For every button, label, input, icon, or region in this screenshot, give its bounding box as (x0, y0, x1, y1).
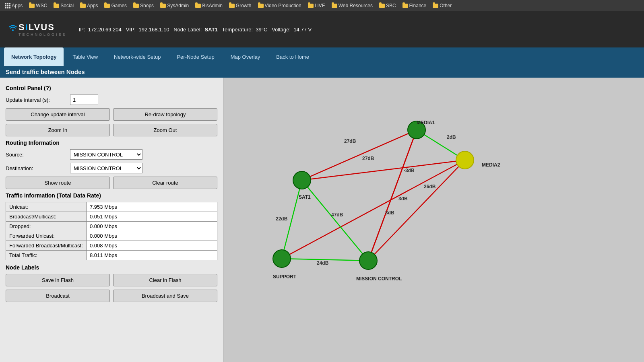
logo-sub: TECHNOLOGIES (19, 33, 67, 37)
folder-icon (133, 4, 139, 8)
bookmark-bisadmin[interactable]: BisAdmin (193, 2, 225, 9)
bookmark-apps[interactable]: Apps (78, 2, 100, 9)
zoom-in-btn[interactable]: Zoom In (6, 124, 110, 136)
traffic-row: Unicast:7.953 Mbps (6, 202, 217, 212)
bookmark-label: Apps (87, 3, 98, 8)
bookmark-label: Video Production (265, 3, 301, 8)
traffic-row: Forwarded Broadcast/Multicast:0.008 Mbps (6, 241, 217, 251)
broadcast-btn[interactable]: Broadcast (6, 290, 110, 302)
tab-network-wide-setup[interactable]: Network-wide Setup (107, 47, 168, 66)
traffic-table: Unicast:7.953 MbpsBroadcast/Multicast:0.… (6, 202, 217, 260)
bookmark-other[interactable]: Other (430, 2, 454, 9)
traffic-value: 0.008 Mbps (87, 241, 217, 251)
folder-icon (332, 4, 337, 8)
bookmark-sbc[interactable]: SBC (377, 2, 398, 9)
svg-point-0 (12, 29, 14, 31)
node-support[interactable] (272, 249, 291, 268)
right-panel: 2dB27dB-3dB27dB26dB3dB22dB47dB24dB3dB ME… (223, 78, 644, 362)
traffic-title: Traffic Information (Total Data Rate) (6, 192, 217, 199)
bookmark-shops[interactable]: Shops (131, 2, 156, 9)
node-media2[interactable] (456, 151, 474, 169)
node-label-value: SAT1 (205, 27, 218, 33)
control-panel: Control Panel (?) Update interval (s): C… (0, 78, 223, 362)
destination-label: Destination: (6, 165, 70, 171)
show-route-btn[interactable]: Show route (6, 177, 110, 189)
save-in-flash-btn[interactable]: Save in Flash (6, 274, 110, 286)
node-sat1[interactable] (293, 171, 311, 189)
folder-icon (195, 4, 201, 8)
section-header: Send traffic between Nodes (0, 66, 644, 78)
control-panel-title: Control Panel (?) (6, 85, 217, 91)
logo-wifi-icon (8, 24, 18, 35)
svg-text:26dB: 26dB (424, 184, 436, 189)
routing-btn-row: Show route Clear route (6, 177, 217, 189)
tab-map-overlay[interactable]: Map Overlay (223, 47, 268, 66)
traffic-label: Broadcast/Multicast: (6, 212, 87, 222)
destination-dropdown[interactable]: MISSION CONTROL SAT1 MEDIA1 MEDIA2 SUPPO… (70, 163, 142, 173)
tab-back-to-home[interactable]: Back to Home (269, 47, 316, 66)
svg-text:3dB: 3dB (385, 210, 394, 216)
folder-icon (104, 4, 110, 8)
vip-label: VIP: (126, 27, 136, 33)
traffic-label: Forwarded Broadcast/Multicast: (6, 241, 87, 251)
bookmark-label: Growth (236, 3, 252, 8)
node-label-support: SUPPORT (273, 274, 296, 280)
traffic-label: Forwarded Unicast: (6, 231, 87, 241)
bookmark-label: SysAdmin (167, 3, 189, 8)
bookmark-wsc[interactable]: WSC (27, 2, 50, 9)
traffic-row: Broadcast/Multicast:0.051 Mbps (6, 212, 217, 222)
zoom-out-btn[interactable]: Zoom Out (113, 124, 217, 136)
svg-text:-3dB: -3dB (404, 168, 415, 173)
bookmark-games[interactable]: Games (102, 2, 129, 9)
bookmark-finance[interactable]: Finance (400, 2, 429, 9)
traffic-row: Total Traffic:8.011 Mbps (6, 251, 217, 260)
svg-text:3dB: 3dB (398, 196, 408, 202)
traffic-label: Dropped: (6, 222, 87, 231)
redraw-topology-btn[interactable]: Re-draw topology (113, 108, 217, 121)
temp-value: 39°C (256, 27, 267, 33)
tab-per-node-setup[interactable]: Per-Node Setup (169, 47, 221, 66)
bookmark-label: Games (111, 3, 127, 8)
source-dropdown[interactable]: MISSION CONTROL SAT1 MEDIA1 MEDIA2 SUPPO… (70, 149, 142, 160)
destination-row: Destination: MISSION CONTROL SAT1 MEDIA1… (6, 163, 217, 173)
ip-label: IP: (79, 27, 85, 33)
bookmark-label: Web Resources (339, 3, 373, 8)
bookmark-label: BisAdmin (202, 3, 223, 8)
svg-text:27dB: 27dB (344, 138, 356, 144)
node-mission_control[interactable] (359, 251, 378, 270)
bookmarks-bar: Apps WSC Social Apps Games Shops SysAdmi… (0, 0, 644, 11)
bookmark-social[interactable]: Social (51, 2, 76, 9)
logo-text: SiLVUS (19, 22, 67, 33)
bookmark-video-production[interactable]: Video Production (256, 2, 304, 9)
clear-in-flash-btn[interactable]: Clear in Flash (113, 274, 217, 286)
change-update-btn[interactable]: Change update interval (6, 108, 110, 121)
tab-table-view[interactable]: Table View (65, 47, 105, 66)
bookmark-growth[interactable]: Growth (227, 2, 254, 9)
bookmark-web-resources[interactable]: Web Resources (329, 2, 375, 9)
folder-icon (379, 4, 385, 8)
ip-value: 172.20.69.204 (88, 27, 122, 33)
node-labels-row2: Broadcast Broadcast and Save (6, 290, 217, 302)
svg-text:22dB: 22dB (276, 216, 288, 222)
folder-icon (160, 4, 166, 8)
traffic-value: 8.011 Mbps (87, 251, 217, 260)
bookmark-live[interactable]: LIVE (305, 2, 328, 9)
svg-line-10 (368, 130, 417, 261)
bookmark-label: WSC (36, 3, 47, 8)
traffic-value: 0.051 Mbps (87, 212, 217, 222)
node-info: IP: 172.20.69.204 VIP: 192.168.1.10 Node… (79, 27, 312, 33)
broadcast-save-btn[interactable]: Broadcast and Save (113, 290, 217, 302)
update-interval-input[interactable] (70, 95, 98, 105)
vip-value: 192.168.1.10 (138, 27, 169, 33)
svg-text:27dB: 27dB (362, 156, 374, 161)
content-area: Control Panel (?) Update interval (s): C… (0, 78, 644, 362)
svg-line-8 (302, 180, 368, 261)
tab-network-topology[interactable]: Network Topology (4, 47, 64, 66)
bookmark-label: Shops (140, 3, 154, 8)
bookmark-apps-grid[interactable]: Apps (2, 2, 25, 9)
traffic-row: Forwarded Unicast:0.000 Mbps (6, 231, 217, 241)
routing-title: Routing Information (6, 140, 217, 146)
svg-line-5 (368, 160, 465, 261)
bookmark-sysadmin[interactable]: SysAdmin (158, 2, 191, 9)
clear-route-btn[interactable]: Clear route (113, 177, 217, 189)
